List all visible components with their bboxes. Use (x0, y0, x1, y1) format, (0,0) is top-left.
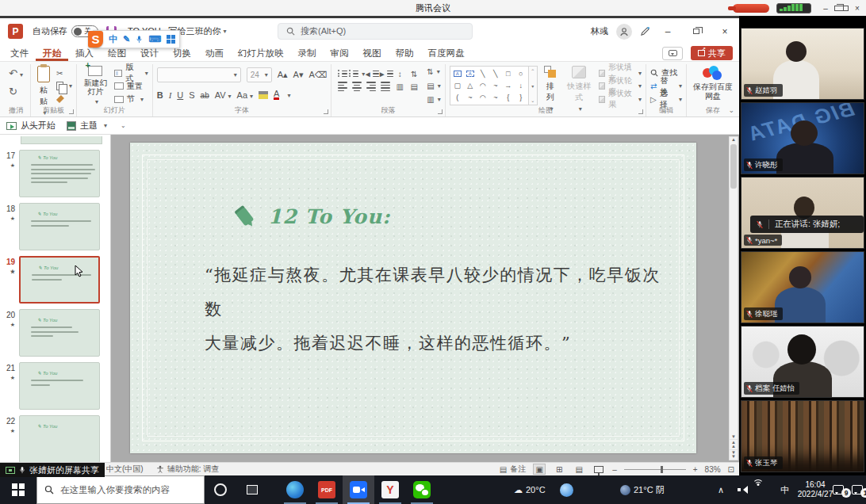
change-case-button[interactable]: Aa▾ (237, 90, 253, 100)
ppt-restore-button[interactable] (682, 18, 711, 44)
participant-tile[interactable]: *yan~* (741, 177, 864, 249)
align-left-button[interactable] (338, 82, 347, 91)
ppt-minimize-button[interactable]: – (653, 18, 682, 44)
ime-mic-icon[interactable] (136, 35, 143, 44)
thumbnail-slide-20[interactable]: 20★ ✎To You (2, 309, 105, 357)
notification-button-2[interactable]: 1 (852, 483, 866, 496)
smartart-button[interactable]: ▥▾ (427, 95, 440, 104)
thumbnail-slide-21[interactable]: 21★ ✎To You (2, 362, 105, 410)
theme-button[interactable]: 主题▾ (67, 120, 107, 132)
language-indicator[interactable]: 中文(中国) (106, 464, 144, 475)
accessibility-status[interactable]: 辅助功能: 调查 (156, 464, 220, 475)
ppt-close-button[interactable]: × (711, 18, 739, 44)
save-to-netdisk-button[interactable]: 保存到百度网盘 (691, 66, 735, 101)
meeting-close-button[interactable]: × (850, 4, 864, 13)
line-spacing-button[interactable]: ↕ (398, 70, 402, 78)
avatar[interactable] (616, 24, 632, 40)
account-name[interactable]: 林彧 (591, 25, 608, 37)
bold-button[interactable]: B (157, 90, 163, 100)
quickbar-more-button[interactable]: ⌄ (118, 122, 126, 129)
align-text-button[interactable]: ▤▾ (427, 82, 440, 90)
scroll-up-arrow[interactable]: ▲ (731, 137, 736, 142)
thumbnail-slide-18[interactable]: 18★ ✎To You (2, 203, 105, 250)
meeting-minimize-button[interactable]: – (818, 4, 833, 13)
task-view-button[interactable] (236, 475, 268, 504)
thumbnail-slide-22[interactable]: 22★ ✎To You (2, 415, 105, 462)
thumbnail-slide-16-partial[interactable] (21, 136, 102, 144)
zoom-slider[interactable] (624, 469, 686, 470)
slide-title-text[interactable]: 12 To You: (268, 205, 390, 228)
sogou-ime-toolbar[interactable]: S 中 ✎ ⌨ (93, 30, 180, 48)
ppt-search-box[interactable]: 搜索(Alt+Q) (278, 23, 473, 40)
clear-formatting-button[interactable]: A⌫ (308, 70, 327, 80)
fit-to-window-button[interactable]: ⊡ (728, 465, 734, 474)
current-slide[interactable]: 12 To You: “拖延症与熬夜。尤其在课表早八较少的情况下，吃早饭次数 大… (130, 143, 696, 453)
cut-button[interactable]: ✂ (56, 67, 72, 79)
text-direction-button[interactable]: ⇅ (411, 70, 417, 78)
undo-button[interactable]: ↶▾ (9, 67, 23, 79)
participant-tile[interactable]: 徐聪瑶 (741, 251, 864, 323)
tab-help[interactable]: 帮助 (389, 44, 421, 61)
reading-view-button[interactable]: ▤ (573, 464, 585, 475)
thumbnail-canvas[interactable]: ✎To You (19, 309, 100, 357)
notes-toggle[interactable]: ▤备注 (500, 464, 526, 475)
thumbnail-slide-17[interactable]: 17★ ✎To You (2, 150, 105, 197)
thumbnail-slide-19-selected[interactable]: 19★ ✎To You (2, 256, 105, 304)
slide-body-text[interactable]: “拖延症与熬夜。尤其在课表早八较少的情况下，吃早饭次数 大量减少。拖着迟迟不睡，… (205, 258, 668, 361)
ime-keyboard-icon[interactable]: ⌨ (148, 34, 161, 44)
taskbar-tencent-meeting[interactable] (343, 475, 374, 504)
participant-tile[interactable]: 赵婧羽 (741, 28, 864, 100)
bullets-button[interactable] (338, 71, 347, 78)
taskbar-browser[interactable] (279, 475, 311, 504)
cortana-button[interactable] (205, 475, 236, 504)
highlight-color-button[interactable] (259, 91, 268, 99)
previous-slide-button[interactable]: ▲▲ (729, 439, 738, 449)
shrink-font-button[interactable]: A▾ (293, 70, 304, 80)
zoom-in-button[interactable]: + (693, 465, 698, 474)
text-shadow-button[interactable]: S (189, 90, 194, 100)
screen-share-tooltip[interactable]: 张婧妍的屏幕共享 (0, 463, 105, 477)
start-button[interactable] (0, 475, 36, 504)
font-color-caret[interactable]: ▾ (287, 92, 290, 99)
ime-toolbox-icon[interactable] (167, 35, 175, 44)
slideshow-view-button[interactable] (592, 464, 605, 475)
taskbar-search-box[interactable]: 在这里输入你要搜索的内容 (36, 475, 205, 504)
ime-indicator[interactable]: 中 (780, 484, 789, 496)
weather-widget-small[interactable]: ☁20°C (514, 485, 546, 495)
tab-baidu-netdisk[interactable]: 百度网盘 (421, 44, 472, 61)
zoom-out-button[interactable]: – (612, 465, 617, 474)
font-size-combobox[interactable]: 24▾ (247, 67, 272, 82)
ime-pen-icon[interactable]: ✎ (123, 34, 130, 44)
font-color-button[interactable]: A (274, 90, 279, 100)
tab-file[interactable]: 文件 (3, 44, 36, 61)
meeting-restore-button[interactable] (834, 4, 849, 13)
underline-button[interactable]: U (177, 90, 183, 100)
collapse-ribbon-button[interactable]: ⌄ (728, 106, 734, 114)
slide-title-block[interactable]: 12 To You: (235, 204, 390, 228)
taskbar-y-app[interactable]: Y (374, 475, 406, 504)
tab-view[interactable]: 视图 (356, 44, 389, 61)
zoom-level[interactable]: 83% (705, 465, 721, 474)
layout-button[interactable]: 版式▾ (114, 67, 148, 79)
vertical-align-button[interactable]: ⇅▾ (427, 67, 440, 76)
comments-button[interactable] (662, 47, 683, 60)
tray-app-button[interactable] (550, 475, 582, 504)
character-spacing-button[interactable]: AV▾ (215, 90, 232, 100)
slide-thumbnail-panel[interactable]: 17★ ✎To You 18★ ✎To You 19★ ✎To You (0, 135, 111, 462)
participant-tile[interactable]: 张玉琴 (741, 400, 864, 472)
next-slide-button[interactable]: ▼▼ (729, 449, 738, 460)
tab-review[interactable]: 审阅 (324, 44, 356, 61)
justify-button[interactable] (381, 82, 390, 91)
align-center-button[interactable] (352, 82, 362, 91)
thumbnail-canvas[interactable]: ✎To You (19, 362, 100, 410)
distribute-button[interactable]: ▥ (397, 82, 404, 91)
inking-pen-icon[interactable] (640, 26, 650, 36)
increase-indent-button[interactable]: ► (378, 70, 393, 78)
copy-button[interactable]: ▾ (56, 80, 72, 93)
canvas-scrollbar[interactable]: ▲ ▼ ▲▲ ▼▼ (729, 136, 738, 460)
participant-tile[interactable]: BIG DATA 许晓彤 (741, 102, 864, 174)
tab-record[interactable]: 录制 (291, 44, 324, 61)
slide-sorter-view-button[interactable]: ⊞ (553, 464, 565, 475)
shape-effects-button[interactable]: 形状效果▾ (599, 93, 642, 105)
thumbnail-canvas[interactable]: ✎To You (19, 150, 100, 197)
